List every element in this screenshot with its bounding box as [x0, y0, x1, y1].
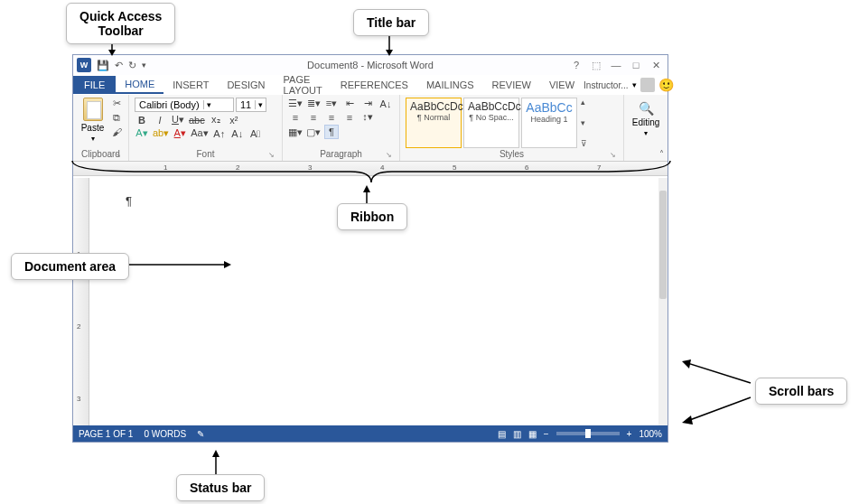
- web-layout-icon[interactable]: ▦: [528, 429, 537, 439]
- svg-marker-7: [212, 450, 219, 457]
- bullets-button[interactable]: ☰▾: [288, 98, 303, 109]
- read-mode-icon[interactable]: ▤: [498, 429, 506, 439]
- annotation-scroll: Scroll bars: [755, 378, 847, 405]
- paste-dropdown-icon[interactable]: ▾: [91, 135, 95, 143]
- page-indicator[interactable]: PAGE 1 OF 1: [79, 429, 133, 439]
- title-text: Document8 - Microsoft Word: [307, 60, 434, 70]
- print-layout-icon[interactable]: ▥: [513, 429, 521, 439]
- group-clipboard: Paste ▾ ✂ ⧉ 🖌 Clipboard↘: [73, 95, 129, 161]
- svg-marker-9: [682, 359, 691, 369]
- clear-format-button[interactable]: A⃠: [248, 128, 263, 139]
- save-icon[interactable]: 💾: [97, 60, 109, 71]
- clipboard-launcher-icon[interactable]: ↘: [115, 151, 121, 159]
- collapse-ribbon-icon[interactable]: ˄: [659, 149, 664, 159]
- justify-button[interactable]: ≡: [342, 112, 357, 123]
- vertical-ruler[interactable]: 1 2 3: [73, 178, 89, 425]
- zoom-out-icon[interactable]: −: [544, 429, 549, 439]
- style-heading1[interactable]: AaBbCcHeading 1: [521, 98, 577, 148]
- editing-dropdown-icon[interactable]: ▾: [644, 129, 648, 137]
- numbering-button[interactable]: ≣▾: [306, 98, 321, 109]
- avatar-icon[interactable]: [640, 78, 655, 92]
- tab-insert[interactable]: INSERT: [163, 77, 218, 93]
- sort-button[interactable]: A↓: [378, 98, 393, 109]
- bold-button[interactable]: B: [135, 115, 149, 126]
- proofing-icon[interactable]: ✎: [197, 429, 204, 439]
- ribbon-display-icon[interactable]: ⬚: [588, 60, 604, 71]
- align-center-button[interactable]: ≡: [306, 112, 321, 123]
- smiley-icon[interactable]: 🙂: [658, 78, 674, 92]
- help-icon[interactable]: ?: [568, 60, 584, 70]
- vertical-scrollbar[interactable]: [658, 178, 668, 425]
- underline-button[interactable]: U▾: [171, 114, 185, 126]
- undo-icon[interactable]: ↶: [115, 60, 123, 71]
- cut-icon[interactable]: ✂: [110, 98, 123, 110]
- font-size-combo[interactable]: 11▾: [236, 98, 266, 112]
- styles-scroll-up-icon[interactable]: ▴: [581, 98, 587, 107]
- annotation-titlebar: Title bar: [353, 9, 429, 36]
- qat-dropdown-icon[interactable]: ▾: [142, 61, 146, 70]
- user-name[interactable]: Instructor...: [584, 80, 628, 90]
- zoom-slider[interactable]: [556, 432, 620, 435]
- quick-access-toolbar: W 💾 ↶ ↻ ▾: [73, 58, 146, 72]
- redo-icon[interactable]: ↻: [128, 60, 136, 71]
- user-dropdown-icon[interactable]: ▾: [632, 80, 637, 89]
- ribbon-tabs: FILE HOME INSERT DESIGN PAGE LAYOUT REFE…: [73, 75, 668, 95]
- scrollbar-thumb[interactable]: [659, 191, 667, 299]
- titlebar: W 💾 ↶ ↻ ▾ Document8 - Microsoft Word ? ⬚…: [73, 55, 668, 75]
- shrink-font-button[interactable]: A↓: [230, 128, 245, 139]
- svg-marker-5: [224, 261, 231, 268]
- find-icon[interactable]: 🔍: [639, 101, 654, 116]
- styles-scroll-down-icon[interactable]: ▾: [581, 118, 587, 127]
- paste-button[interactable]: Paste ▾: [79, 98, 107, 148]
- annotation-status: Status bar: [176, 474, 265, 501]
- tab-file[interactable]: FILE: [73, 76, 116, 94]
- strike-button[interactable]: abc: [189, 115, 205, 126]
- line-spacing-button[interactable]: ↕▾: [360, 111, 375, 123]
- font-color-button[interactable]: A▾: [173, 127, 187, 139]
- font-name-combo[interactable]: Calibri (Body)▾: [135, 98, 234, 112]
- zoom-level[interactable]: 100%: [639, 429, 662, 439]
- copy-icon[interactable]: ⧉: [110, 112, 123, 125]
- paste-label: Paste: [81, 123, 105, 133]
- close-icon[interactable]: ✕: [648, 60, 664, 71]
- dec-indent-button[interactable]: ⇤: [342, 98, 357, 109]
- paragraph-launcher-icon[interactable]: ↘: [386, 151, 392, 159]
- svg-marker-1: [108, 50, 116, 56]
- style-nospacing[interactable]: AaBbCcDc¶ No Spac...: [463, 98, 519, 148]
- grow-font-button[interactable]: A↑: [212, 128, 227, 139]
- styles-more-icon[interactable]: ⊽: [581, 139, 587, 148]
- tab-view[interactable]: VIEW: [540, 77, 584, 93]
- word-count[interactable]: 0 WORDS: [144, 429, 186, 439]
- multilevel-button[interactable]: ≡▾: [324, 98, 339, 109]
- borders-button[interactable]: ▢▾: [306, 126, 321, 138]
- inc-indent-button[interactable]: ⇥: [360, 98, 375, 109]
- align-right-button[interactable]: ≡: [324, 112, 339, 123]
- show-marks-button[interactable]: ¶: [324, 125, 339, 139]
- tab-references[interactable]: REFERENCES: [331, 77, 417, 93]
- svg-line-10: [687, 397, 751, 421]
- italic-button[interactable]: I: [153, 115, 167, 126]
- slider-knob[interactable]: [585, 429, 591, 438]
- tab-home[interactable]: HOME: [116, 76, 163, 94]
- chevron-down-icon: ▾: [255, 100, 266, 109]
- subscript-button[interactable]: x₂: [209, 114, 223, 126]
- change-case-button[interactable]: Aa▾: [191, 127, 208, 139]
- align-left-button[interactable]: ≡: [288, 112, 303, 123]
- zoom-in-icon[interactable]: +: [627, 429, 632, 439]
- superscript-button[interactable]: x²: [227, 115, 241, 126]
- maximize-icon[interactable]: □: [628, 60, 644, 70]
- highlight-button[interactable]: ab▾: [153, 127, 169, 139]
- styles-launcher-icon[interactable]: ↘: [610, 151, 616, 159]
- format-painter-icon[interactable]: 🖌: [110, 126, 123, 139]
- text-effects-button[interactable]: A▾: [135, 127, 149, 139]
- font-launcher-icon[interactable]: ↘: [268, 151, 275, 159]
- tab-review[interactable]: REVIEW: [483, 77, 540, 93]
- statusbar: PAGE 1 OF 1 0 WORDS ✎ ▤ ▥ ▦ − + 100%: [73, 425, 668, 442]
- tab-mailings[interactable]: MAILINGS: [417, 77, 483, 93]
- style-normal[interactable]: AaBbCcDc¶ Normal: [406, 98, 462, 148]
- editing-label: Editing: [632, 117, 660, 127]
- tab-design[interactable]: DESIGN: [218, 77, 274, 93]
- group-styles: AaBbCcDc¶ Normal AaBbCcDc¶ No Spac... Aa…: [400, 95, 624, 161]
- shading-button[interactable]: ▦▾: [288, 126, 303, 138]
- minimize-icon[interactable]: —: [608, 60, 624, 70]
